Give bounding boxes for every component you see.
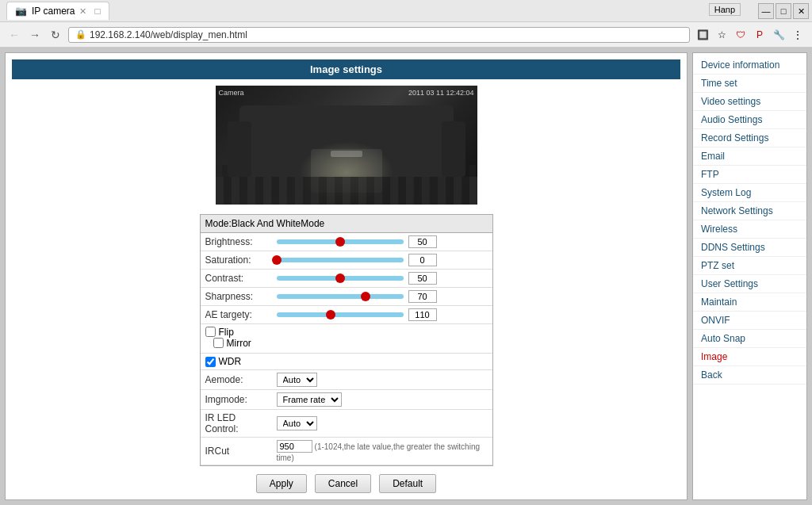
window-minimize-button[interactable]: — xyxy=(758,3,774,19)
sidebar-item-ptz-set[interactable]: PTZ set xyxy=(693,257,806,275)
slider-label-0: Brightness: xyxy=(201,233,272,251)
ir-led-row: IR LED Control: Auto xyxy=(201,410,492,438)
settings-form: Mode:Black And WhiteMode Brightness: Sat… xyxy=(200,214,493,467)
slider-label-1: Saturation: xyxy=(201,251,272,269)
sidebar-item-onvif[interactable]: ONVIF xyxy=(693,312,806,330)
flip-mirror-row: Flip Mirror xyxy=(201,323,492,354)
address-bar[interactable]: 🔒 192.168.2.140/web/display_men.html xyxy=(68,27,690,43)
action-buttons: Apply Cancel Default xyxy=(256,474,436,493)
slider-label-4: AE targety: xyxy=(201,305,272,323)
sidebar-item-device-information[interactable]: Device information xyxy=(693,56,806,75)
slider-value-input-1[interactable] xyxy=(408,254,437,266)
slider-thumb-0[interactable] xyxy=(335,237,345,247)
mirror-checkbox-label[interactable]: Mirror xyxy=(213,338,251,349)
slider-value-input-3[interactable] xyxy=(408,290,437,303)
sidebar-item-back[interactable]: Back xyxy=(693,366,806,384)
camera-feed: Camera 2011 03 11 12:42:04 xyxy=(216,86,477,205)
sidebar-item-auto-snap[interactable]: Auto Snap xyxy=(693,330,806,348)
slider-track-4[interactable] xyxy=(277,312,404,317)
wdr-label: WDR xyxy=(219,356,242,367)
wdr-checkbox-label[interactable]: WDR xyxy=(205,356,488,367)
tab-add-button[interactable]: □ xyxy=(94,6,100,17)
imgmode-select[interactable]: Frame rate xyxy=(277,392,342,407)
slider-row-4: AE targety: xyxy=(201,305,492,323)
tab-title: IP camera xyxy=(32,6,75,17)
sidebar-item-system-log[interactable]: System Log xyxy=(693,184,806,202)
aemode-label: Aemode: xyxy=(201,370,272,390)
apply-button[interactable]: Apply xyxy=(256,474,307,493)
mirror-label: Mirror xyxy=(227,338,251,349)
slider-thumb-1[interactable] xyxy=(272,255,282,265)
imgmode-label: Imgmode: xyxy=(201,390,272,410)
menu-icon[interactable]: ⋮ xyxy=(790,27,806,43)
slider-value-input-2[interactable] xyxy=(408,272,437,285)
right-sidebar: Device informationTime setVideo settings… xyxy=(692,52,807,500)
flip-label: Flip xyxy=(219,327,234,338)
wdr-row: WDR xyxy=(201,354,492,370)
ircut-row: IRCut (1-1024,the late value,the greater… xyxy=(201,438,492,465)
slider-value-input-4[interactable] xyxy=(408,308,437,321)
flip-checkbox-label[interactable]: Flip xyxy=(205,327,488,338)
slider-thumb-3[interactable] xyxy=(361,292,370,301)
slider-track-1[interactable] xyxy=(277,258,404,262)
camera-overlay-text: Camera xyxy=(219,89,244,97)
slider-label-3: Sharpness: xyxy=(201,287,272,305)
slider-value-input-0[interactable] xyxy=(408,235,437,248)
brave-icon: 🛡 xyxy=(733,27,749,43)
cancel-button[interactable]: Cancel xyxy=(315,474,371,493)
sidebar-item-ddns-settings[interactable]: DDNS Settings xyxy=(693,239,806,257)
slider-row-3: Sharpness: xyxy=(201,287,492,305)
back-button[interactable]: ← xyxy=(6,27,22,43)
wdr-checkbox[interactable] xyxy=(205,357,216,367)
ircut-label: IRCut xyxy=(201,438,272,465)
slider-track-3[interactable] xyxy=(277,294,404,299)
aemode-row: Aemode: Auto xyxy=(201,370,492,390)
tab-favicon: 📷 xyxy=(15,6,27,17)
tab-close-button[interactable]: ✕ xyxy=(79,6,86,17)
mirror-checkbox[interactable] xyxy=(213,338,224,348)
sidebar-item-record-settings[interactable]: Record Settings xyxy=(693,129,806,147)
refresh-button[interactable]: ↻ xyxy=(48,27,63,43)
window-maximize-button[interactable]: □ xyxy=(776,3,791,19)
han-button[interactable]: Hanp xyxy=(709,3,741,16)
url-display: 192.168.2.140/web/display_men.html xyxy=(90,29,247,40)
slider-thumb-2[interactable] xyxy=(335,274,345,283)
sidebar-item-user-settings[interactable]: User Settings xyxy=(693,275,806,293)
slider-row-2: Contrast: xyxy=(201,269,492,287)
flip-checkbox[interactable] xyxy=(205,327,216,337)
pinterest-icon: P xyxy=(752,27,768,43)
default-button[interactable]: Default xyxy=(379,474,436,493)
sidebar-item-time-set[interactable]: Time set xyxy=(693,75,806,93)
lock-icon: 🔒 xyxy=(75,29,86,40)
window-close-button[interactable]: ✕ xyxy=(793,3,809,19)
slider-track-0[interactable] xyxy=(277,239,404,244)
sidebar-item-wireless[interactable]: Wireless xyxy=(693,220,806,239)
sidebar-item-ftp[interactable]: FTP xyxy=(693,166,806,184)
mode-row: Mode:Black And WhiteMode xyxy=(201,215,492,233)
page-title: Image settings xyxy=(12,59,680,79)
slider-track-2[interactable] xyxy=(277,276,404,281)
ir-led-label: IR LED Control: xyxy=(201,410,272,438)
slider-row-1: Saturation: xyxy=(201,251,492,269)
star-icon[interactable]: ☆ xyxy=(714,27,730,43)
slider-thumb-4[interactable] xyxy=(326,310,335,319)
aemode-select[interactable]: Auto xyxy=(277,373,317,387)
ext-icon: 🔧 xyxy=(771,27,787,43)
sidebar-item-video-settings[interactable]: Video settings xyxy=(693,93,806,111)
extensions-icon: 🔲 xyxy=(695,27,710,43)
imgmode-row: Imgmode: Frame rate xyxy=(201,390,492,410)
camera-timestamp: 2011 03 11 12:42:04 xyxy=(408,89,474,97)
ircut-input[interactable] xyxy=(277,440,312,453)
sidebar-item-image[interactable]: Image xyxy=(693,348,806,366)
sidebar-item-network-settings[interactable]: Network Settings xyxy=(693,202,806,220)
slider-label-2: Contrast: xyxy=(201,269,272,287)
forward-button[interactable]: → xyxy=(27,27,43,43)
sidebar-item-email[interactable]: Email xyxy=(693,147,806,166)
browser-tab[interactable]: 📷 IP camera ✕ □ xyxy=(6,2,109,20)
sidebar-item-maintain[interactable]: Maintain xyxy=(693,293,806,312)
sidebar-item-audio-settings[interactable]: Audio Settings xyxy=(693,111,806,129)
ir-led-select[interactable]: Auto xyxy=(277,416,317,430)
slider-row-0: Brightness: xyxy=(201,233,492,251)
